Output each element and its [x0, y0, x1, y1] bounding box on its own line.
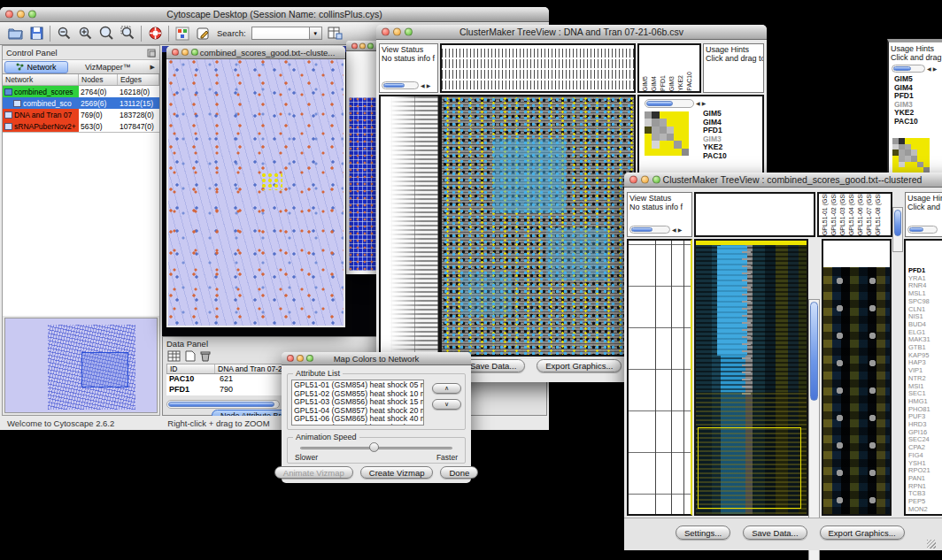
delete-attribute-icon[interactable] — [200, 350, 211, 362]
birds-eye-view[interactable] — [4, 318, 158, 413]
close-icon[interactable] — [351, 42, 358, 49]
matrix-cell — [660, 141, 667, 148]
treeview2-gene-list[interactable]: PFD1YRA1RNR4MSL1SPC98CLN1NIS1BUD4ELG1MAK… — [908, 267, 930, 514]
network-table-row[interactable]: combined_sco 2569(6) 13112(15) — [3, 97, 159, 109]
network-table-row[interactable]: sRNAPuberNov2+ 563(0) 107847(0) — [3, 120, 159, 132]
gene-label[interactable]: PAC10 — [703, 152, 727, 161]
summary-hscroll[interactable] — [645, 99, 694, 108]
treeview1-heatmap[interactable] — [440, 95, 636, 357]
close-icon[interactable] — [5, 11, 13, 19]
scroll-left-icon[interactable]: ◀ — [672, 227, 676, 233]
treeview2-column-dendrogram[interactable] — [694, 192, 815, 237]
labels-vscroll[interactable] — [892, 207, 903, 252]
zoom-window-icon[interactable] — [405, 28, 413, 36]
treeview1-column-dendrogram[interactable] — [440, 43, 636, 93]
treeview2-heatmap[interactable] — [694, 239, 808, 516]
fragment-hscroll[interactable] — [892, 65, 925, 73]
zoom-window-icon[interactable] — [28, 11, 36, 19]
treeview2-button[interactable]: Settings... — [676, 525, 730, 540]
scroll-right-icon[interactable]: ▶ — [427, 83, 431, 88]
scroll-left-icon[interactable]: ◀ — [696, 101, 700, 106]
treeview2-zoom-panel[interactable] — [822, 239, 892, 516]
data-panel-hscrollbar[interactable] — [166, 400, 280, 409]
close-icon[interactable] — [287, 355, 294, 362]
network-table-row[interactable]: combined_scores 2764(0) 16218(0) — [3, 86, 159, 97]
data-table-row[interactable]: PFD1 790 — [166, 385, 283, 395]
tab-vizmapper[interactable]: VizMapper™ — [70, 63, 146, 72]
minimize-icon[interactable] — [297, 355, 304, 362]
attribute-browser-icon[interactable] — [328, 26, 344, 42]
move-up-button[interactable]: ∧ — [432, 383, 461, 394]
close-icon[interactable] — [382, 28, 390, 36]
treeview1-view-status: View Status No status info f ◀▶ — [379, 43, 438, 93]
treeview2-button[interactable]: Save Data... — [743, 525, 807, 540]
zoomed-heatmap[interactable] — [823, 267, 890, 515]
vizmapper-icon[interactable] — [174, 26, 190, 42]
summary-heatmap[interactable] — [645, 111, 689, 156]
data-table-row[interactable]: PAC10 621 — [166, 374, 283, 385]
tab-network[interactable]: Network — [4, 61, 68, 73]
data-table-header: ID DNA and Tran 07-21-06b — [166, 364, 283, 374]
table-mode-icon[interactable] — [167, 350, 181, 362]
zoom-in-icon[interactable] — [77, 26, 93, 42]
zoom-fit-icon[interactable] — [120, 26, 135, 42]
scrollbar-thumb[interactable] — [168, 402, 274, 407]
float-panel-icon[interactable] — [147, 49, 156, 58]
overview-selection-rect[interactable] — [81, 352, 128, 387]
tabs-more-button[interactable]: ▶ — [148, 64, 158, 71]
scroll-right-icon[interactable]: ▶ — [678, 227, 683, 233]
zoom-window-icon[interactable] — [306, 355, 313, 362]
treeview1-titlebar[interactable]: ClusterMaker TreeView : DNA and Tran 07-… — [376, 25, 767, 40]
treeview2-row-dendrogram[interactable] — [627, 239, 692, 516]
zoom-window-icon[interactable] — [652, 176, 660, 184]
zoom-selected-icon[interactable] — [98, 26, 114, 42]
network-table-row[interactable]: DNA and Tran 07 769(0) 183728(0) — [3, 109, 159, 120]
done-button[interactable]: Done — [440, 466, 478, 479]
save-icon[interactable] — [28, 26, 44, 42]
network-canvas-1[interactable] — [168, 59, 344, 326]
scroll-right-icon[interactable]: ▶ — [702, 101, 706, 106]
column-label: PAC10 — [685, 72, 694, 91]
network-tree-empty-area[interactable] — [3, 132, 159, 316]
gene-label[interactable]: MON2 — [908, 506, 930, 514]
matrix-cell — [660, 111, 667, 119]
scroll-left-icon[interactable]: ◀ — [421, 83, 425, 88]
matrix-cell — [645, 149, 652, 156]
close-icon[interactable] — [172, 49, 179, 56]
scrollbar-thumb[interactable] — [810, 302, 818, 401]
minimize-icon[interactable] — [641, 176, 649, 184]
search-dropdown-icon[interactable]: ▼ — [310, 27, 322, 40]
new-attribute-icon[interactable] — [185, 350, 196, 362]
attribute-list[interactable]: GPL51-01 (GSM854) heat shock 05 minGPL51… — [292, 380, 424, 425]
view-status-hscroll[interactable] — [629, 226, 670, 234]
minimize-icon[interactable] — [17, 11, 25, 19]
main-titlebar[interactable]: Cytoscape Desktop (Session Name: collins… — [0, 7, 549, 22]
network-window-1-title: combined_scores_good.txt--cluste... — [200, 48, 336, 58]
treeview1-button[interactable]: Export Graphics... — [537, 359, 622, 372]
annotation-icon[interactable] — [196, 26, 212, 42]
zoom-window-icon[interactable] — [191, 49, 198, 56]
search-input[interactable] — [251, 27, 310, 40]
treeview1-row-dendrogram[interactable] — [379, 95, 440, 357]
zoom-window-icon[interactable] — [367, 42, 374, 49]
view-status-hscroll[interactable] — [382, 81, 419, 89]
column-label: GPL51-02 (GSM855) — [830, 192, 838, 235]
treeview1-gene-list[interactable]: GIM5GIM4PFD1GIM3YKE2PAC10 — [703, 110, 727, 160]
attribute-item[interactable]: GPL51-07 (GSM868) heat shock 60 min — [294, 424, 424, 426]
treeview2-titlebar[interactable]: ClusterMaker TreeView : combined_scores_… — [624, 173, 942, 188]
create-vizmap-button[interactable]: Create Vizmap — [360, 466, 434, 479]
network-window-1-titlebar[interactable]: combined_scores_good.txt--cluste... — [166, 46, 345, 59]
dialog-titlebar[interactable]: Map Colors to Network — [282, 352, 471, 365]
window-controls[interactable] — [5, 11, 36, 19]
close-icon[interactable] — [629, 176, 637, 184]
minimize-icon[interactable] — [359, 42, 366, 49]
minimize-icon[interactable] — [181, 49, 189, 56]
open-folder-icon[interactable] — [7, 26, 23, 42]
speed-slider-thumb[interactable] — [369, 442, 379, 452]
help-lifebuoy-icon[interactable] — [147, 26, 163, 42]
move-down-button[interactable]: ∨ — [432, 399, 461, 410]
zoom-out-icon[interactable] — [56, 26, 72, 42]
treeview2-button[interactable]: Export Graphics... — [820, 525, 905, 540]
resize-grip[interactable] — [927, 540, 936, 548]
minimize-icon[interactable] — [393, 28, 401, 36]
